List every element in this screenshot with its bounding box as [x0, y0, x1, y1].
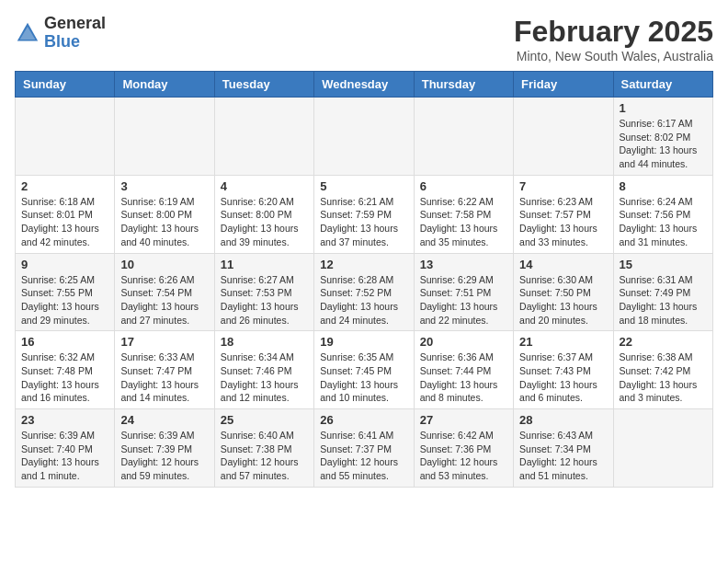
day-info: Sunrise: 6:33 AM Sunset: 7:47 PM Dayligh…: [120, 350, 208, 405]
day-info: Sunrise: 6:26 AM Sunset: 7:54 PM Dayligh…: [120, 273, 208, 327]
calendar-cell: 22Sunrise: 6:38 AM Sunset: 7:42 PM Dayli…: [613, 331, 712, 409]
week-row-4: 23Sunrise: 6:39 AM Sunset: 7:40 PM Dayli…: [16, 409, 713, 488]
week-row-1: 2Sunrise: 6:18 AM Sunset: 8:01 PM Daylig…: [16, 175, 713, 253]
day-number: 19: [320, 335, 407, 349]
day-info: Sunrise: 6:36 AM Sunset: 7:44 PM Dayligh…: [420, 350, 507, 405]
day-header-thursday: Thursday: [414, 72, 513, 98]
calendar-cell: 23Sunrise: 6:39 AM Sunset: 7:40 PM Dayli…: [16, 409, 115, 488]
calendar-cell: 26Sunrise: 6:41 AM Sunset: 7:37 PM Dayli…: [314, 409, 414, 488]
day-number: 26: [320, 413, 407, 427]
day-info: Sunrise: 6:34 AM Sunset: 7:46 PM Dayligh…: [221, 350, 308, 405]
day-number: 24: [120, 413, 208, 427]
calendar-cell: 11Sunrise: 6:27 AM Sunset: 7:53 PM Dayli…: [214, 253, 313, 331]
calendar-cell: [16, 98, 115, 176]
day-info: Sunrise: 6:31 AM Sunset: 7:49 PM Dayligh…: [620, 273, 707, 327]
day-info: Sunrise: 6:38 AM Sunset: 7:42 PM Dayligh…: [620, 350, 707, 405]
logo: General Blue: [15, 15, 106, 52]
day-number: 5: [320, 179, 407, 193]
day-number: 18: [221, 335, 308, 349]
day-info: Sunrise: 6:39 AM Sunset: 7:39 PM Dayligh…: [120, 429, 208, 483]
calendar-cell: [115, 98, 214, 176]
week-row-3: 16Sunrise: 6:32 AM Sunset: 7:48 PM Dayli…: [16, 331, 713, 409]
calendar-cell: 28Sunrise: 6:43 AM Sunset: 7:34 PM Dayli…: [514, 409, 613, 488]
calendar-cell: 5Sunrise: 6:21 AM Sunset: 7:59 PM Daylig…: [314, 175, 414, 253]
day-number: 3: [120, 179, 208, 193]
calendar-cell: 14Sunrise: 6:30 AM Sunset: 7:50 PM Dayli…: [514, 253, 613, 331]
calendar-cell: 15Sunrise: 6:31 AM Sunset: 7:49 PM Dayli…: [613, 253, 712, 331]
day-info: Sunrise: 6:29 AM Sunset: 7:51 PM Dayligh…: [420, 273, 507, 327]
day-number: 21: [519, 335, 607, 349]
day-header-saturday: Saturday: [613, 72, 712, 98]
day-header-tuesday: Tuesday: [214, 72, 313, 98]
day-number: 17: [120, 335, 208, 349]
day-info: Sunrise: 6:27 AM Sunset: 7:53 PM Dayligh…: [221, 273, 308, 327]
calendar-cell: 21Sunrise: 6:37 AM Sunset: 7:43 PM Dayli…: [514, 331, 613, 409]
day-info: Sunrise: 6:24 AM Sunset: 7:56 PM Dayligh…: [620, 195, 707, 249]
day-info: Sunrise: 6:30 AM Sunset: 7:50 PM Dayligh…: [519, 273, 607, 327]
day-number: 27: [420, 413, 507, 427]
logo-icon: [15, 20, 40, 46]
day-info: Sunrise: 6:19 AM Sunset: 8:00 PM Dayligh…: [120, 195, 208, 249]
calendar-table: SundayMondayTuesdayWednesdayThursdayFrid…: [15, 71, 713, 488]
calendar-cell: 18Sunrise: 6:34 AM Sunset: 7:46 PM Dayli…: [214, 331, 313, 409]
week-row-0: 1Sunrise: 6:17 AM Sunset: 8:02 PM Daylig…: [16, 98, 713, 176]
logo-text: General Blue: [44, 15, 106, 52]
day-info: Sunrise: 6:23 AM Sunset: 7:57 PM Dayligh…: [519, 195, 607, 249]
day-number: 14: [519, 258, 607, 271]
calendar-cell: [613, 409, 712, 488]
day-number: 23: [21, 413, 108, 427]
day-info: Sunrise: 6:22 AM Sunset: 7:58 PM Dayligh…: [420, 195, 507, 249]
day-header-friday: Friday: [514, 72, 613, 98]
day-number: 22: [620, 335, 707, 349]
calendar-cell: [214, 98, 313, 176]
calendar-cell: [514, 98, 613, 176]
day-number: 1: [620, 101, 707, 115]
day-number: 15: [620, 258, 707, 271]
day-info: Sunrise: 6:18 AM Sunset: 8:01 PM Dayligh…: [21, 195, 108, 249]
calendar-cell: 16Sunrise: 6:32 AM Sunset: 7:48 PM Dayli…: [16, 331, 115, 409]
day-number: 28: [519, 413, 607, 427]
calendar-cell: 25Sunrise: 6:40 AM Sunset: 7:38 PM Dayli…: [214, 409, 313, 488]
day-number: 7: [519, 179, 607, 193]
title-block: February 2025 Minto, New South Wales, Au…: [514, 15, 713, 63]
calendar-cell: 7Sunrise: 6:23 AM Sunset: 7:57 PM Daylig…: [514, 175, 613, 253]
day-info: Sunrise: 6:17 AM Sunset: 8:02 PM Dayligh…: [620, 117, 707, 171]
day-header-monday: Monday: [115, 72, 214, 98]
calendar-cell: 3Sunrise: 6:19 AM Sunset: 8:00 PM Daylig…: [115, 175, 214, 253]
day-info: Sunrise: 6:39 AM Sunset: 7:40 PM Dayligh…: [21, 429, 108, 483]
calendar-cell: 1Sunrise: 6:17 AM Sunset: 8:02 PM Daylig…: [613, 98, 712, 176]
calendar-cell: 19Sunrise: 6:35 AM Sunset: 7:45 PM Dayli…: [314, 331, 414, 409]
calendar-cell: 27Sunrise: 6:42 AM Sunset: 7:36 PM Dayli…: [414, 409, 513, 488]
day-number: 13: [420, 258, 507, 271]
day-header-sunday: Sunday: [16, 72, 115, 98]
logo-general: General: [44, 14, 106, 32]
day-number: 2: [21, 179, 108, 193]
calendar-cell: 8Sunrise: 6:24 AM Sunset: 7:56 PM Daylig…: [613, 175, 712, 253]
month-title: February 2025: [514, 15, 713, 49]
week-row-2: 9Sunrise: 6:25 AM Sunset: 7:55 PM Daylig…: [16, 253, 713, 331]
calendar-cell: 13Sunrise: 6:29 AM Sunset: 7:51 PM Dayli…: [414, 253, 513, 331]
day-info: Sunrise: 6:21 AM Sunset: 7:59 PM Dayligh…: [320, 195, 407, 249]
day-number: 6: [420, 179, 507, 193]
day-info: Sunrise: 6:42 AM Sunset: 7:36 PM Dayligh…: [420, 429, 507, 483]
day-info: Sunrise: 6:37 AM Sunset: 7:43 PM Dayligh…: [519, 350, 607, 405]
day-number: 8: [620, 179, 707, 193]
location: Minto, New South Wales, Australia: [514, 49, 713, 63]
calendar-cell: 10Sunrise: 6:26 AM Sunset: 7:54 PM Dayli…: [115, 253, 214, 331]
calendar-cell: 20Sunrise: 6:36 AM Sunset: 7:44 PM Dayli…: [414, 331, 513, 409]
day-info: Sunrise: 6:32 AM Sunset: 7:48 PM Dayligh…: [21, 350, 108, 405]
day-header-wednesday: Wednesday: [314, 72, 414, 98]
day-number: 9: [21, 258, 108, 271]
calendar-header-row: SundayMondayTuesdayWednesdayThursdayFrid…: [16, 72, 713, 98]
calendar-cell: [314, 98, 414, 176]
day-info: Sunrise: 6:35 AM Sunset: 7:45 PM Dayligh…: [320, 350, 407, 405]
calendar-cell: [414, 98, 513, 176]
day-number: 11: [221, 258, 308, 271]
day-info: Sunrise: 6:41 AM Sunset: 7:37 PM Dayligh…: [320, 429, 407, 483]
calendar-cell: 2Sunrise: 6:18 AM Sunset: 8:01 PM Daylig…: [16, 175, 115, 253]
day-number: 25: [221, 413, 308, 427]
day-info: Sunrise: 6:25 AM Sunset: 7:55 PM Dayligh…: [21, 273, 108, 327]
day-info: Sunrise: 6:28 AM Sunset: 7:52 PM Dayligh…: [320, 273, 407, 327]
day-info: Sunrise: 6:20 AM Sunset: 8:00 PM Dayligh…: [221, 195, 308, 249]
calendar-cell: 4Sunrise: 6:20 AM Sunset: 8:00 PM Daylig…: [214, 175, 313, 253]
